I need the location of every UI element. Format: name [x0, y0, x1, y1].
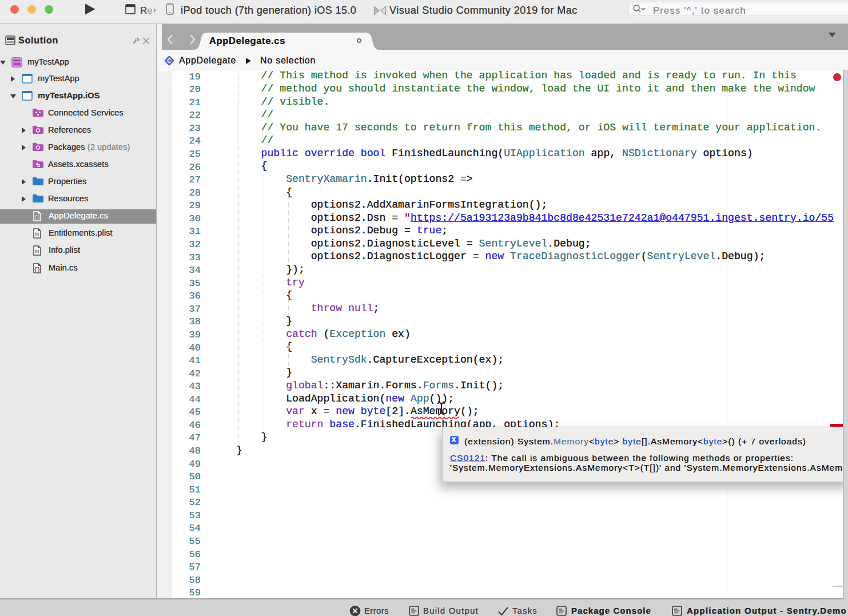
- svg-text:{}: {}: [34, 267, 41, 272]
- svg-text:C: C: [167, 57, 172, 64]
- svg-text:{}: {}: [34, 215, 41, 221]
